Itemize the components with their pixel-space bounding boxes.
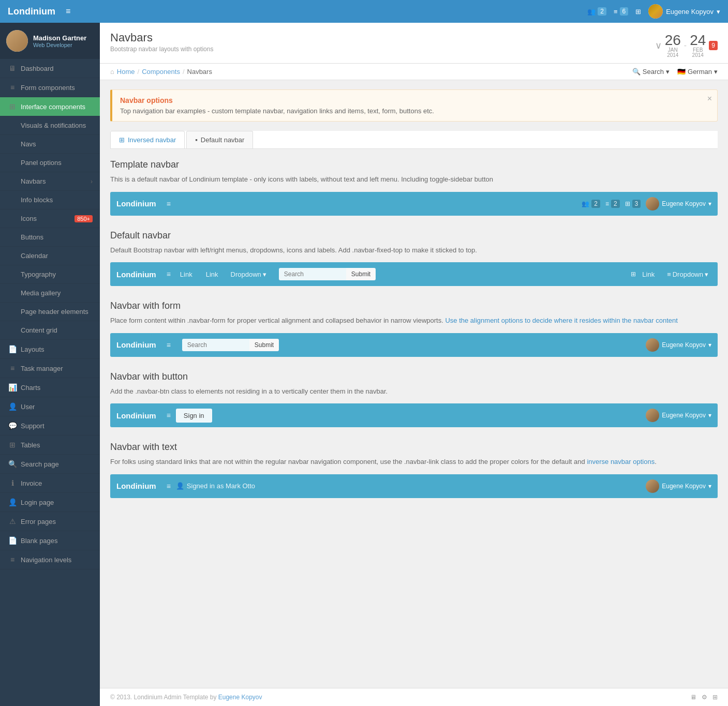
demo-form-submit-button[interactable]: Submit <box>249 339 279 351</box>
sidebar-item-task-manager[interactable]: ≡ Task manager <box>0 359 100 378</box>
sidebar-item-layouts[interactable]: 📄 Layouts <box>0 340 100 359</box>
sidebar-item-navigation-levels[interactable]: ≡ Navigation levels <box>0 550 100 569</box>
section-navbar-form: Navbar with form Place form content with… <box>110 301 718 357</box>
demo-form-search-input[interactable] <box>182 339 249 351</box>
demo-user-form[interactable]: Eugene Kopyov ▾ <box>646 338 711 352</box>
sidebar-item-calendar[interactable]: Calendar <box>0 247 100 265</box>
footer-author-link[interactable]: Eugene Kopyov <box>218 694 262 701</box>
profile-name: Madison Gartner <box>33 34 86 42</box>
breadcrumb-components[interactable]: Components <box>142 68 180 76</box>
navbars-chevron: › <box>91 178 93 185</box>
sidebar-item-icons[interactable]: Icons 850+ <box>0 209 100 228</box>
sidebar-item-info-blocks[interactable]: Info blocks <box>0 191 100 209</box>
sidebar-label-invoice: Invoice <box>21 479 93 487</box>
search-icon: 🔍 <box>632 68 641 76</box>
demo-right-dropdown-icon: ≡ <box>667 271 671 278</box>
section-template-title: Template navbar <box>110 159 718 170</box>
sidebar-item-media-gallery[interactable]: Media gallery <box>0 284 100 303</box>
tab-default-navbar[interactable]: ▪ Default navbar <box>186 131 253 148</box>
text-desc-link[interactable]: inverse navbar options <box>587 458 655 465</box>
menu-toggle-icon[interactable]: ≡ <box>66 7 70 16</box>
demo-search-input[interactable] <box>279 268 346 280</box>
demo-link-1[interactable]: Link <box>176 271 197 278</box>
alert-close-button[interactable]: × <box>707 94 712 103</box>
demo-dropdown-left[interactable]: Dropdown ▾ <box>228 271 270 278</box>
sidebar-item-panel-options[interactable]: Panel options <box>0 154 100 172</box>
demo-submit-button[interactable]: Submit <box>346 268 376 280</box>
demo-link-2[interactable]: Link <box>202 271 222 278</box>
sidebar-item-invoice[interactable]: ℹ Invoice <box>0 474 100 493</box>
demo-tasks-icon: ≡ <box>605 200 609 207</box>
sidebar-item-page-header-elements[interactable]: Page header elements <box>0 303 100 321</box>
footer-monitor-icon: 🖥 <box>690 694 696 701</box>
demo-user-text[interactable]: Eugene Kopyov ▾ <box>646 479 711 493</box>
sidebar-item-user[interactable]: 👤 User <box>0 397 100 416</box>
sidebar-label-navbars: Navbars <box>21 177 91 185</box>
sidebar-item-search-page[interactable]: 🔍 Search page <box>0 455 100 474</box>
sidebar-item-interface-components[interactable]: ⊞ Interface components <box>0 97 100 116</box>
sidebar-label-tables: Tables <box>21 441 93 449</box>
header-badge-tasks[interactable]: ≡ 6 <box>614 7 628 16</box>
sidebar-item-blank-pages[interactable]: 📄 Blank pages <box>0 531 100 550</box>
sidebar-item-typography[interactable]: Typography <box>0 265 100 284</box>
demo-right-dropdown-caret: ▾ <box>705 271 708 278</box>
demo-toggle-template[interactable]: ≡ <box>167 200 171 208</box>
form-desc-link[interactable]: Use the alignment options to decide wher… <box>445 317 677 324</box>
demo-brand-text: Londinium <box>116 482 156 490</box>
login-page-icon: 👤 <box>7 498 18 506</box>
demo-badge-grid-d: ⊞ Link <box>631 271 659 278</box>
sidebar-item-navs[interactable]: Navs <box>0 135 100 154</box>
section-button-title: Navbar with button <box>110 371 718 382</box>
demo-signin-button[interactable]: Sign in <box>176 409 212 423</box>
footer-grid-icon[interactable]: ⊞ <box>712 694 718 701</box>
tables-icon: ⊞ <box>7 441 18 449</box>
breadcrumb-home[interactable]: Home <box>117 68 135 76</box>
date-badge: 9 <box>709 41 718 50</box>
top-header: Londinium ≡ 👥 2 ≡ 6 ⊞ Eugene Kopyov ▾ <box>0 0 728 23</box>
dashboard-icon: 🖥 <box>7 64 18 72</box>
sidebar-item-charts[interactable]: 📊 Charts <box>0 378 100 397</box>
sidebar-label-layouts: Layouts <box>21 346 93 353</box>
tab-inversed-navbar[interactable]: ⊞ Inversed navbar <box>110 131 185 148</box>
sidebar-nav: 🖥 Dashboard ≡ Form components ⊞ Interfac… <box>0 59 100 706</box>
sidebar-item-error-pages[interactable]: ⚠ Error pages <box>0 512 100 531</box>
header-user[interactable]: Eugene Kopyov ▾ <box>648 4 720 19</box>
demo-user-template[interactable]: Eugene Kopyov ▾ <box>646 197 711 211</box>
demo-toggle-button[interactable]: ≡ <box>167 411 171 419</box>
sidebar-item-tables[interactable]: ⊞ Tables <box>0 435 100 455</box>
sidebar-label-page-header-elements: Page header elements <box>21 308 93 316</box>
brand-logo[interactable]: Londinium <box>8 6 55 17</box>
task-manager-icon: ≡ <box>7 364 18 372</box>
demo-right-link[interactable]: Link <box>638 271 659 278</box>
blank-pages-icon: 📄 <box>7 536 18 545</box>
demo-dropdown-right[interactable]: ≡ Dropdown ▾ <box>664 271 711 278</box>
sidebar-item-buttons[interactable]: Buttons <box>0 228 100 247</box>
demo-toggle-text[interactable]: ≡ <box>167 482 171 490</box>
sidebar-label-navigation-levels: Navigation levels <box>21 556 93 564</box>
demo-toggle-form[interactable]: ≡ <box>167 341 171 349</box>
demo-brand-form: Londinium <box>116 340 156 349</box>
header-badge-users[interactable]: 👥 2 <box>587 7 606 16</box>
home-icon: ⌂ <box>110 68 114 76</box>
section-template-desc: This is a default navbar of Londinium te… <box>110 174 718 185</box>
footer-settings-icon[interactable]: ⚙ <box>702 694 707 701</box>
sidebar-label-media-gallery: Media gallery <box>21 289 93 297</box>
alert-title: Navbar options <box>120 96 709 104</box>
alert-text: Top navigation bar examples - custom tem… <box>120 107 709 115</box>
sidebar-item-support[interactable]: 💬 Support <box>0 416 100 435</box>
page-header: ∨ 26 JAN 2014 - 24 FEB 2014 9 Navbars Bo… <box>100 23 728 64</box>
sidebar-item-visuals[interactable]: Visuals & notifications <box>0 116 100 135</box>
breadcrumb-sep2: / <box>183 68 185 76</box>
sidebar-item-content-grid[interactable]: Content grid <box>0 321 100 340</box>
breadcrumb-language-button[interactable]: 🇩🇪 German ▾ <box>677 68 718 76</box>
breadcrumb-sep1: / <box>138 68 140 76</box>
sidebar-item-navbars[interactable]: Navbars › <box>0 172 100 191</box>
sidebar-item-dashboard[interactable]: 🖥 Dashboard <box>0 59 100 78</box>
page-subtitle: Bootstrap navbar layouts with options <box>110 46 718 53</box>
header-grid-icon[interactable]: ⊞ <box>635 8 641 16</box>
demo-user-button[interactable]: Eugene Kopyov ▾ <box>646 409 711 422</box>
sidebar-item-login-page[interactable]: 👤 Login page <box>0 493 100 512</box>
breadcrumb-search-button[interactable]: 🔍 Search ▾ <box>632 68 670 76</box>
demo-toggle-default[interactable]: ≡ <box>167 270 171 278</box>
sidebar-item-form-components[interactable]: ≡ Form components <box>0 78 100 97</box>
